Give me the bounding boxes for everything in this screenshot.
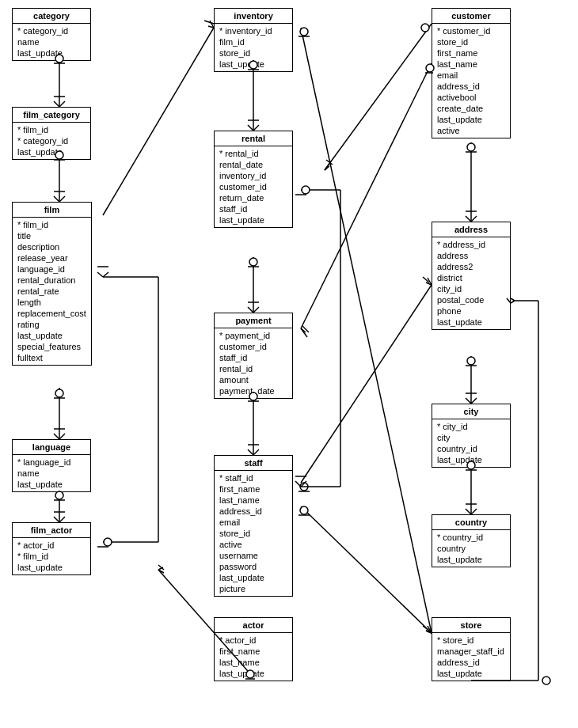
field-customer-create_date: create_date — [437, 103, 505, 114]
svg-line-81 — [301, 506, 432, 633]
entity-header-staff: staff — [215, 456, 292, 471]
svg-point-111 — [302, 186, 310, 194]
entity-film: film* film_idtitledescriptionrelease_yea… — [12, 202, 92, 366]
entity-staff: staff* staff_idfirst_namelast_nameaddres… — [214, 455, 293, 597]
field-payment-rental_id: rental_id — [219, 363, 287, 374]
entity-header-city: city — [432, 404, 510, 419]
entity-inventory: inventory* inventory_idfilm_idstore_idla… — [214, 8, 293, 72]
entity-header-country: country — [432, 515, 510, 530]
svg-line-15 — [54, 434, 59, 439]
field-customer-activebool: activebool — [437, 92, 505, 103]
field-film_actor-__film_id: * film_id — [17, 551, 86, 562]
field-inventory-film_id: film_id — [219, 36, 287, 47]
svg-line-98 — [158, 567, 163, 570]
erd-diagram: category* category_idnamelast_updatefilm… — [0, 0, 578, 728]
svg-line-113 — [295, 481, 301, 487]
entity-language: language* language_idnamelast_update — [12, 439, 91, 492]
svg-line-105 — [97, 272, 103, 277]
field-language-__language_id: * language_id — [17, 457, 86, 468]
entity-payment: payment* payment_idcustomer_idstaff_idre… — [214, 313, 293, 399]
field-customer-email: email — [437, 70, 505, 81]
svg-point-117 — [300, 28, 308, 36]
svg-line-72 — [466, 509, 471, 514]
field-address-__address_id: * address_id — [437, 239, 505, 250]
field-country-last_update: last_update — [437, 554, 505, 565]
entity-body-inventory: * inventory_idfilm_idstore_idlast_update — [215, 24, 292, 71]
svg-line-48 — [248, 449, 253, 455]
svg-line-116 — [301, 28, 432, 633]
svg-line-34 — [325, 24, 432, 170]
field-payment-staff_id: staff_id — [219, 352, 287, 363]
entity-actor: actor* actor_idfirst_namelast_namelast_u… — [214, 617, 293, 681]
svg-line-84 — [426, 631, 432, 633]
svg-line-73 — [471, 509, 477, 514]
svg-line-16 — [59, 434, 65, 439]
entity-film_category: film_category* film_id* category_idlast_… — [12, 107, 91, 160]
svg-line-86 — [423, 626, 429, 631]
field-category-last_update: last_update — [17, 47, 86, 59]
field-film-rental_rate: rental_rate — [17, 286, 86, 297]
field-address-last_update: last_update — [437, 317, 505, 328]
field-film-language_id: language_id — [17, 264, 86, 275]
svg-line-99 — [158, 565, 164, 570]
field-address-city_id: city_id — [437, 283, 505, 294]
svg-line-2 — [59, 101, 65, 107]
field-inventory-__inventory_id: * inventory_id — [219, 25, 287, 36]
entity-category: category* category_idnamelast_update — [12, 8, 91, 61]
entity-country: country* country_idcountrylast_update — [432, 514, 511, 567]
field-store-manager_staff_id: manager_staff_id — [437, 646, 505, 657]
field-actor-__actor_id: * actor_id — [219, 635, 287, 646]
field-staff-store_id: store_id — [219, 528, 287, 539]
svg-line-119 — [426, 631, 432, 633]
field-rental-inventory_id: inventory_id — [219, 170, 287, 181]
svg-line-55 — [301, 328, 307, 337]
svg-point-103 — [104, 538, 112, 546]
entity-body-film_category: * film_id* category_idlast_update — [13, 123, 90, 159]
svg-point-58 — [467, 143, 475, 151]
field-film_actor-last_update: last_update — [17, 562, 86, 573]
field-country-__country_id: * country_id — [437, 532, 505, 543]
field-rental-return_date: return_date — [219, 192, 287, 203]
entity-body-address: * address_idaddressaddress2districtcity_… — [432, 237, 510, 329]
svg-line-78 — [423, 277, 429, 282]
field-store-address_id: address_id — [437, 657, 505, 668]
field-customer-active: active — [437, 125, 505, 136]
svg-point-79 — [300, 483, 308, 491]
field-payment-__payment_id: * payment_id — [219, 330, 287, 341]
field-customer-last_update: last_update — [437, 114, 505, 125]
svg-line-67 — [471, 398, 477, 404]
field-staff-password: password — [219, 561, 287, 572]
entity-header-film_category: film_category — [13, 108, 90, 123]
field-customer-store_id: store_id — [437, 36, 505, 47]
entity-header-language: language — [13, 440, 90, 455]
svg-point-13 — [55, 389, 63, 397]
field-rental-last_update: last_update — [219, 214, 287, 226]
svg-line-32 — [253, 125, 259, 131]
entity-body-category: * category_idnamelast_update — [13, 24, 90, 60]
svg-line-51 — [301, 63, 432, 328]
field-rental-__rental_id: * rental_id — [219, 148, 287, 159]
svg-line-75 — [301, 285, 432, 483]
svg-line-56 — [302, 326, 309, 332]
field-customer-address_id: address_id — [437, 81, 505, 92]
svg-line-91 — [511, 298, 515, 301]
field-film_category-__category_id: * category_id — [17, 135, 86, 146]
field-city-country_id: country_id — [437, 443, 505, 454]
entity-body-rental: * rental_idrental_dateinventory_idcustom… — [215, 146, 292, 227]
field-staff-last_update: last_update — [219, 572, 287, 583]
svg-line-8 — [59, 196, 65, 202]
entity-header-address: address — [432, 222, 510, 237]
field-customer-last_name: last_name — [437, 59, 505, 70]
svg-point-40 — [249, 258, 257, 266]
svg-line-37 — [325, 161, 331, 170]
entity-header-store: store — [432, 618, 510, 633]
field-staff-last_name: last_name — [219, 495, 287, 506]
svg-point-35 — [421, 24, 429, 32]
svg-line-66 — [466, 398, 471, 404]
svg-point-90 — [542, 677, 550, 684]
svg-line-38 — [326, 160, 333, 165]
svg-line-49 — [253, 449, 259, 455]
svg-line-97 — [158, 570, 164, 573]
field-film-title: title — [17, 230, 86, 241]
field-actor-first_name: first_name — [219, 646, 287, 657]
